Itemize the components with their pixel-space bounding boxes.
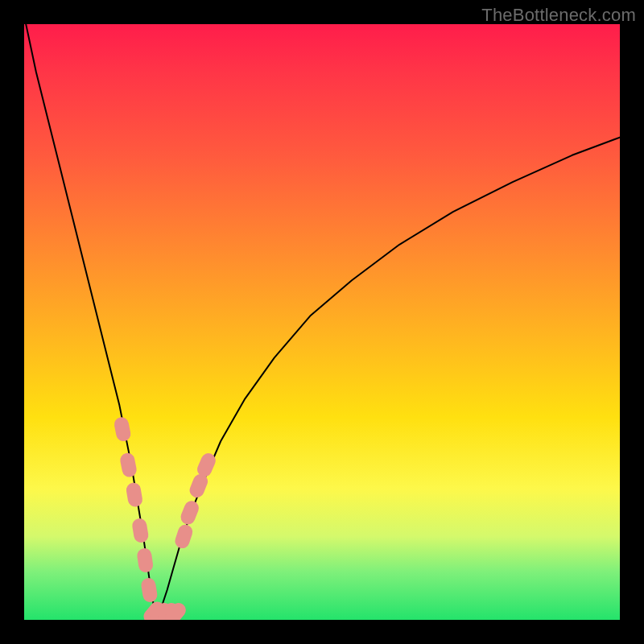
- data-point-marker: [131, 518, 150, 544]
- data-point-marker: [126, 481, 144, 508]
- chart-svg: [24, 24, 620, 620]
- data-point-marker: [136, 547, 154, 573]
- data-point-marker: [173, 522, 195, 550]
- watermark-text: TheBottleneck.com: [481, 5, 636, 26]
- data-point-marker: [113, 416, 132, 443]
- data-point-marker: [179, 499, 201, 527]
- chart-frame: [24, 24, 620, 620]
- data-point-marker: [140, 577, 159, 603]
- bottleneck-curve: [26, 24, 620, 615]
- data-point-marker: [119, 452, 138, 478]
- data-point-markers: [113, 416, 217, 620]
